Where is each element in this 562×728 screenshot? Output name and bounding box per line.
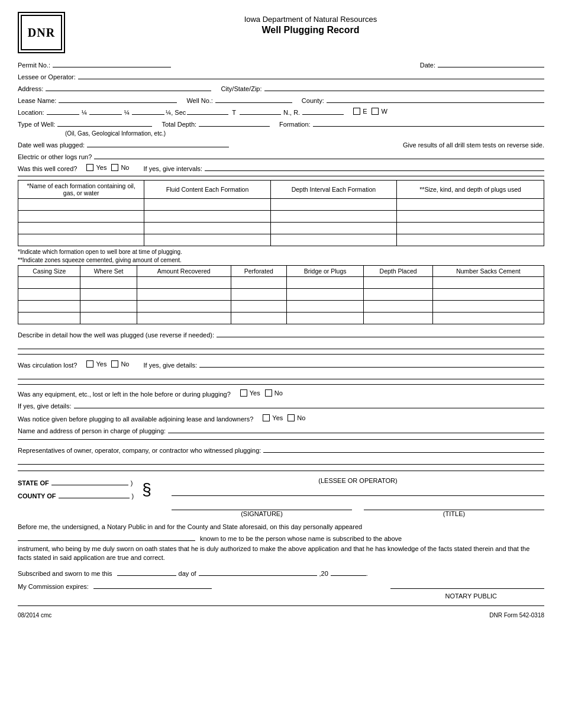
circ-details-field2[interactable] <box>18 371 544 379</box>
total-depth-field[interactable] <box>199 118 270 127</box>
casing-cell[interactable] <box>137 289 231 301</box>
form-cell[interactable] <box>144 199 270 211</box>
form-cell[interactable] <box>397 199 544 211</box>
form-cell[interactable] <box>144 223 270 234</box>
casing-cell[interactable] <box>287 289 364 301</box>
equip-no-checkbox[interactable] <box>265 389 272 397</box>
casing-cell[interactable] <box>432 301 544 313</box>
well-no-field[interactable] <box>215 95 292 103</box>
commission-field[interactable] <box>93 581 212 589</box>
city-state-zip-field[interactable] <box>264 83 545 91</box>
casing-cell[interactable] <box>137 277 231 289</box>
casing-cell[interactable] <box>364 301 433 313</box>
lessee-field[interactable] <box>78 71 544 79</box>
representatives-field2[interactable] <box>18 456 544 465</box>
intervals-field[interactable] <box>205 163 544 171</box>
notice-yes-checkbox[interactable] <box>263 414 270 421</box>
casing-cell[interactable] <box>364 313 433 324</box>
notary-sig-line[interactable] <box>390 581 544 589</box>
form-cell[interactable] <box>144 234 270 246</box>
circ-details-field[interactable] <box>199 359 544 368</box>
cored-no-checkbox[interactable] <box>111 164 118 171</box>
casing-cell[interactable] <box>18 277 80 289</box>
loc-r-field[interactable] <box>302 107 344 115</box>
equip-no-group: No <box>265 389 283 397</box>
casing-cell[interactable] <box>364 289 433 301</box>
permit-no-field[interactable] <box>53 59 171 67</box>
casing-cell[interactable] <box>432 289 544 301</box>
notary-name-field[interactable] <box>18 533 195 541</box>
casing-cell[interactable] <box>364 277 433 289</box>
form-cell[interactable] <box>18 199 144 211</box>
date-plugged-field[interactable] <box>87 139 229 147</box>
city-state-zip-label: City/State/Zip: <box>221 85 261 92</box>
notice-no-checkbox[interactable] <box>288 414 295 421</box>
describe-field2[interactable] <box>18 341 544 349</box>
casing-cell[interactable] <box>80 301 137 313</box>
casing-cell[interactable] <box>231 301 286 313</box>
table-row <box>18 289 544 301</box>
describe-field[interactable] <box>217 329 544 337</box>
formation-field[interactable] <box>313 118 544 127</box>
t-label: T <box>232 109 236 116</box>
casing-cell[interactable] <box>231 277 286 289</box>
form-cell[interactable] <box>18 223 144 234</box>
casing-cell[interactable] <box>231 313 286 324</box>
casing-cell[interactable] <box>432 277 544 289</box>
form-cell[interactable] <box>270 211 396 223</box>
loc-q2-field[interactable] <box>89 107 122 115</box>
casing-cell[interactable] <box>137 313 231 324</box>
loc-sec-field[interactable] <box>187 107 228 115</box>
loc-q3-field[interactable] <box>132 107 164 115</box>
casing-cell[interactable] <box>231 289 286 301</box>
casing-cell[interactable] <box>287 301 364 313</box>
notice-block: Was notice given before plugging to all … <box>18 414 544 434</box>
form-cell[interactable] <box>18 234 144 246</box>
person-charge-field[interactable] <box>168 425 544 433</box>
casing-cell[interactable] <box>80 277 137 289</box>
equip-details-field[interactable] <box>74 400 545 408</box>
loc-q1-field[interactable] <box>47 107 79 115</box>
state-field[interactable] <box>51 477 128 485</box>
equip-yes-checkbox[interactable] <box>240 389 247 397</box>
day-field[interactable] <box>199 568 317 576</box>
cored-yes-checkbox[interactable] <box>86 164 93 171</box>
casing-cell[interactable] <box>18 313 80 324</box>
casing-cell[interactable] <box>80 313 137 324</box>
lease-name-field[interactable] <box>59 95 177 103</box>
lessee-sig-line[interactable] <box>172 487 544 496</box>
casing-cell[interactable] <box>18 289 80 301</box>
representatives-field[interactable] <box>263 444 544 453</box>
casing-cell[interactable] <box>287 313 364 324</box>
e-checkbox[interactable] <box>353 108 360 115</box>
casing-cell[interactable] <box>432 313 544 324</box>
form-cell[interactable] <box>397 211 544 223</box>
county-field2[interactable] <box>59 490 130 498</box>
form-cell[interactable] <box>270 199 396 211</box>
form-cell[interactable] <box>270 234 396 246</box>
casing-cell[interactable] <box>287 277 364 289</box>
county-field[interactable] <box>327 95 544 103</box>
date-field[interactable] <box>438 59 544 67</box>
year-field[interactable] <box>331 568 366 576</box>
form-cell[interactable] <box>270 223 396 234</box>
title-line[interactable] <box>364 501 544 510</box>
form-cell[interactable] <box>397 234 544 246</box>
casing-cell[interactable] <box>137 301 231 313</box>
form-cell[interactable] <box>18 211 144 223</box>
loc-t-field[interactable] <box>240 107 281 115</box>
signature-line[interactable] <box>172 501 352 510</box>
type-well-field[interactable] <box>57 118 152 127</box>
circ-no-checkbox[interactable] <box>111 360 118 368</box>
sworn-date-field[interactable] <box>117 568 176 576</box>
w-checkbox[interactable] <box>372 108 379 115</box>
circ-yes-checkbox[interactable] <box>86 360 93 368</box>
form-cell[interactable] <box>397 223 544 234</box>
casing-col6-header: Depth Placed <box>364 266 433 277</box>
casing-cell[interactable] <box>18 301 80 313</box>
electric-logs-label: Electric or other logs run? <box>18 153 92 160</box>
casing-cell[interactable] <box>80 289 137 301</box>
electric-logs-field[interactable] <box>94 151 544 159</box>
address-field[interactable] <box>46 83 211 91</box>
form-cell[interactable] <box>144 211 270 223</box>
